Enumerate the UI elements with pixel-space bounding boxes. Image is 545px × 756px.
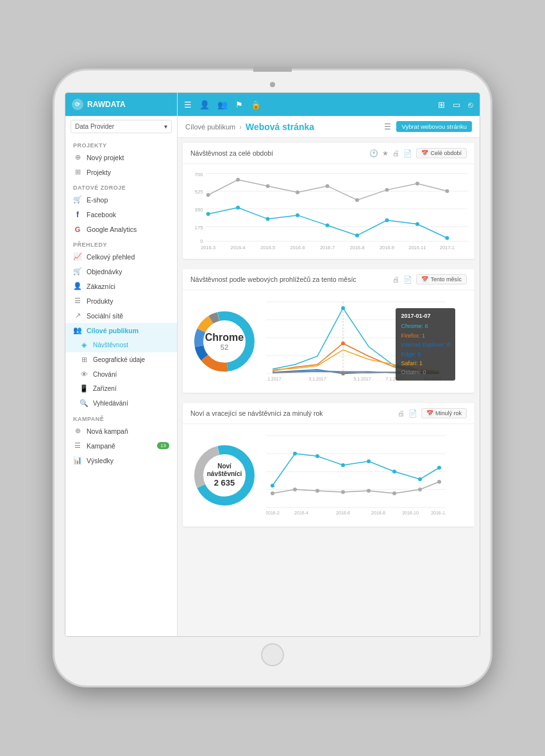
print-icon2[interactable]: 🖨 bbox=[392, 275, 399, 283]
sidebar-item-facebook[interactable]: f Facebook bbox=[65, 207, 177, 222]
brand-name: RAWDATA bbox=[87, 100, 126, 109]
clock-icon[interactable]: 🕐 bbox=[369, 149, 378, 158]
chart-card-3: Noví a vracející se návštěvníci za minul… bbox=[183, 403, 474, 527]
main-header: ☰ 👤 👥 ⚑ 🔒 ⊞ ▭ ⎋ bbox=[178, 93, 480, 116]
user-icon[interactable]: 👤 bbox=[199, 100, 210, 110]
donut-browsers: Chrome 52 bbox=[189, 306, 260, 377]
plus-circle-icon: ⊕ bbox=[73, 153, 82, 161]
group-icon[interactable]: 👥 bbox=[217, 100, 228, 110]
svg-point-81 bbox=[392, 470, 396, 473]
svg-point-87 bbox=[341, 490, 345, 494]
sidebar-item-orders[interactable]: 🛒 Objednávky bbox=[65, 264, 177, 279]
orders-icon: 🛒 bbox=[73, 267, 82, 275]
sidebar-item-devices[interactable]: 📱 Zařízení bbox=[65, 381, 177, 396]
svg-text:2017-1: 2017-1 bbox=[440, 245, 455, 251]
breadcrumb-left: Cílové publikum › Webová stránka bbox=[185, 122, 314, 132]
sidebar-item-navstevnost[interactable]: ◈ Návštěvnost bbox=[65, 338, 177, 352]
chart-card-2-header: Návštěvnost podle webových prohlížečů za… bbox=[183, 269, 474, 290]
svg-point-26 bbox=[415, 222, 419, 226]
plus-circle-icon2: ⊕ bbox=[73, 427, 82, 435]
svg-text:175: 175 bbox=[195, 225, 204, 231]
breadcrumb-arrow: › bbox=[239, 123, 242, 131]
tablet-screen: ⟳ RAWDATA Data Provider ▾ Projekty ⊕ Nov… bbox=[65, 92, 480, 637]
layout-icon[interactable]: ▭ bbox=[453, 100, 460, 110]
section-label-projekty: Projekty bbox=[65, 137, 177, 150]
list-view-icon[interactable]: ☰ bbox=[384, 122, 391, 131]
provider-selector[interactable]: Data Provider ▾ bbox=[71, 120, 172, 133]
svg-point-13 bbox=[296, 190, 299, 194]
svg-point-85 bbox=[293, 488, 297, 491]
svg-point-56 bbox=[341, 341, 345, 345]
svg-text:2016-6: 2016-6 bbox=[290, 245, 305, 251]
sidebar-item-new-campaign[interactable]: ⊕ Nová kampaň bbox=[65, 423, 177, 438]
export-icon[interactable]: 📄 bbox=[403, 149, 412, 158]
section-label-datasources: Datové zdroje bbox=[65, 179, 177, 192]
chart3-period-btn[interactable]: 📅 Minulý rok bbox=[421, 408, 467, 418]
chart1-body: 700 525 350 175 0 bbox=[183, 164, 474, 259]
eye-icon: 👁 bbox=[80, 370, 88, 378]
chart3-title: Noví a vracející se návštěvníci za minul… bbox=[190, 409, 323, 417]
svg-point-22 bbox=[296, 213, 299, 217]
sidebar-item-results[interactable]: 📊 Výsledky bbox=[65, 453, 177, 468]
sidebar-item-customers[interactable]: 👤 Zákazníci bbox=[65, 279, 177, 293]
sidebar-item-new-project[interactable]: ⊕ Nový projekt bbox=[65, 150, 177, 165]
filter-icon[interactable]: ⚑ bbox=[235, 100, 243, 110]
sidebar-header: ⟳ RAWDATA bbox=[65, 93, 177, 116]
svg-text:2016-2: 2016-2 bbox=[266, 511, 280, 515]
grid-view-icon[interactable]: ⊞ bbox=[438, 100, 445, 110]
svg-point-20 bbox=[236, 206, 240, 210]
facebook-icon: f bbox=[73, 210, 82, 219]
tablet: ⟳ RAWDATA Data Provider ▾ Projekty ⊕ Nov… bbox=[55, 70, 491, 686]
breadcrumb-right: ☰ Vybrat webovou stránku bbox=[384, 121, 472, 132]
svg-point-82 bbox=[418, 477, 422, 481]
sidebar-item-geo[interactable]: ⊞ Geografické údaje bbox=[65, 352, 177, 367]
svg-point-76 bbox=[271, 484, 274, 488]
svg-text:5.1.2017: 5.1.2017 bbox=[353, 377, 371, 381]
sidebar-item-products[interactable]: ☰ Produkty bbox=[65, 293, 177, 308]
chart1-period-btn[interactable]: 📅 Celé období bbox=[416, 148, 467, 158]
print-icon3[interactable]: 🖨 bbox=[398, 409, 405, 417]
sidebar-item-projects[interactable]: ⊞ Projekty bbox=[65, 165, 177, 179]
export-icon2[interactable]: 📄 bbox=[403, 275, 412, 284]
calendar-icon: 📅 bbox=[421, 150, 428, 156]
sidebar-item-social[interactable]: ↗ Sociální sítě bbox=[65, 308, 177, 323]
geo-icon: ⊞ bbox=[80, 356, 88, 364]
star-icon[interactable]: ★ bbox=[382, 149, 389, 158]
list-icon: ☰ bbox=[73, 441, 82, 450]
breadcrumb: Cílové publikum › Webová stránka ☰ Vybra… bbox=[178, 116, 480, 138]
chart2-period-btn[interactable]: 📅 Tento měsíc bbox=[416, 274, 467, 284]
lock-icon[interactable]: 🔒 bbox=[251, 100, 261, 110]
sidebar-item-google[interactable]: G Google Analytics bbox=[65, 222, 177, 236]
print-icon[interactable]: 🖨 bbox=[392, 149, 399, 157]
sidebar-item-behavior[interactable]: 👁 Chování bbox=[65, 367, 177, 381]
svg-point-86 bbox=[315, 489, 319, 493]
chart-card-3-header: Noví a vracející se návštěvníci za minul… bbox=[183, 403, 474, 424]
google-icon: G bbox=[73, 226, 82, 233]
tablet-connector bbox=[253, 67, 292, 72]
sidebar-item-eshop[interactable]: 🛒 E-shop bbox=[65, 192, 177, 207]
sidebar-item-audience[interactable]: 👥 Cílové publikum bbox=[65, 323, 177, 338]
sidebar-item-campaigns[interactable]: ☰ Kampaně 13 bbox=[65, 438, 177, 453]
svg-text:2016-9: 2016-9 bbox=[380, 245, 394, 251]
chart2-title: Návštěvnost podle webových prohlížečů za… bbox=[190, 275, 356, 283]
section-label-prehledy: Přehledy bbox=[65, 236, 177, 249]
logout-icon[interactable]: ⎋ bbox=[468, 100, 473, 110]
select-page-button[interactable]: Vybrat webovou stránku bbox=[396, 121, 472, 132]
export-icon3[interactable]: 📄 bbox=[408, 409, 417, 418]
svg-point-27 bbox=[445, 236, 449, 240]
customers-icon: 👤 bbox=[73, 282, 82, 290]
header-right-icons: ⊞ ▭ ⎋ bbox=[438, 100, 473, 110]
sidebar-item-overview[interactable]: 📈 Celkový přehled bbox=[65, 249, 177, 264]
tablet-home-button[interactable] bbox=[261, 643, 284, 666]
bar-chart-icon: ◈ bbox=[80, 341, 88, 349]
svg-point-12 bbox=[266, 184, 270, 188]
sidebar-item-search[interactable]: 🔍 Vyhledávání bbox=[65, 396, 177, 411]
svg-point-25 bbox=[385, 218, 389, 222]
svg-text:525: 525 bbox=[195, 189, 204, 195]
chart-up-icon: 📈 bbox=[73, 252, 82, 261]
svg-text:0: 0 bbox=[200, 238, 203, 244]
chart2-line: 20 15 10 5 0 bbox=[266, 295, 468, 388]
svg-text:2016-12: 2016-12 bbox=[431, 511, 446, 515]
svg-text:700: 700 bbox=[195, 172, 204, 177]
menu-icon[interactable]: ☰ bbox=[184, 100, 192, 110]
